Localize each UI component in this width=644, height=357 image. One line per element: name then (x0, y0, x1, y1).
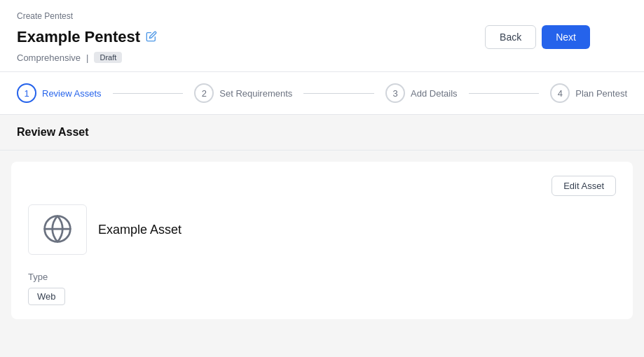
title-row: Example Pentest Back Next (17, 25, 627, 49)
globe-icon (42, 214, 73, 246)
pentest-title: Example Pentest (17, 28, 140, 46)
asset-name: Example Asset (98, 223, 181, 237)
step-1: 1 Review Assets (17, 83, 102, 103)
step-4-circle: 4 (550, 83, 570, 103)
step-1-label: Review Assets (42, 88, 102, 99)
separator: | (86, 52, 88, 63)
section-header: Review Asset (0, 115, 644, 150)
step-divider-3 (469, 93, 540, 94)
step-2: 2 Set Requirements (194, 83, 292, 103)
step-3: 3 Add Details (385, 83, 457, 103)
step-3-label: Add Details (411, 88, 457, 99)
type-label: Type (28, 272, 616, 282)
next-button[interactable]: Next (542, 25, 590, 49)
subtitle-text: Comprehensive (17, 52, 81, 63)
action-buttons: Back Next (485, 25, 590, 49)
draft-badge: Draft (94, 52, 122, 63)
asset-info: Example Asset (28, 204, 616, 255)
main-content: Review Asset Edit Asset Example Asset (0, 115, 644, 357)
step-2-circle: 2 (194, 83, 214, 103)
subtitle-row: Comprehensive | Draft (17, 52, 627, 63)
back-button[interactable]: Back (485, 25, 536, 49)
title-left: Example Pentest Back Next (17, 25, 590, 49)
edit-pencil-icon[interactable] (146, 31, 157, 44)
step-divider-2 (303, 93, 374, 94)
stepper: 1 Review Assets 2 Set Requirements 3 Add… (0, 72, 644, 115)
step-2-label: Set Requirements (219, 88, 292, 99)
type-tag: Web (28, 288, 65, 305)
step-4-label: Plan Pentest (575, 88, 627, 99)
edit-asset-button[interactable]: Edit Asset (551, 176, 616, 196)
top-bar: Create Pentest Example Pentest Back Next… (0, 0, 644, 72)
page-wrapper: Create Pentest Example Pentest Back Next… (0, 0, 644, 357)
step-1-circle: 1 (17, 83, 36, 103)
step-divider-1 (113, 93, 184, 94)
asset-card: Edit Asset Example Asset Type Web (11, 162, 633, 319)
step-4: 4 Plan Pentest (550, 83, 627, 103)
step-3-circle: 3 (385, 83, 405, 103)
create-label: Create Pentest (17, 11, 627, 21)
asset-card-top: Edit Asset (28, 176, 616, 196)
asset-icon-box (28, 204, 87, 255)
type-section: Type Web (28, 272, 616, 305)
